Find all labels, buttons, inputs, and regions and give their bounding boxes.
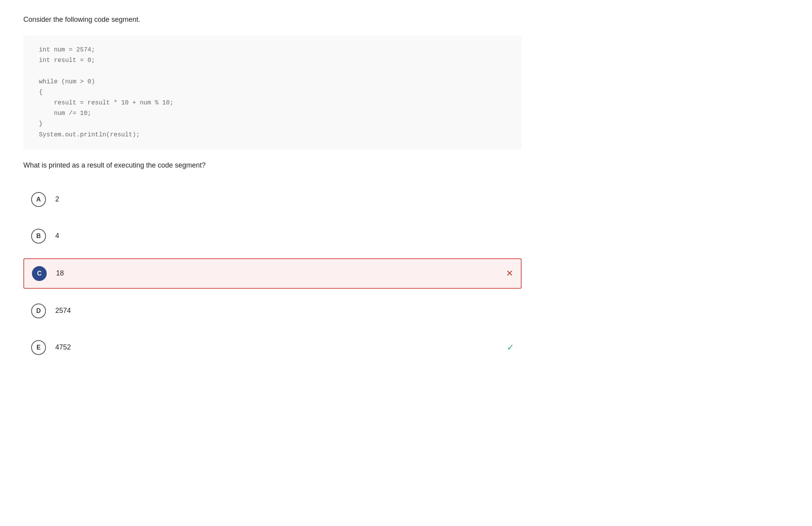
answer-options: A 2 B 4 C 18 ✕ D 2574 E 4752 ✓ — [23, 185, 522, 362]
option-e[interactable]: E 4752 ✓ — [23, 333, 522, 362]
option-e-circle: E — [31, 340, 46, 355]
option-d-value: 2574 — [55, 307, 514, 315]
code-line-1: int num = 2574; — [39, 45, 506, 55]
code-line-blank-1 — [39, 66, 506, 76]
code-line-7: } — [39, 119, 506, 129]
option-c-value: 18 — [56, 269, 498, 277]
option-e-value: 4752 — [55, 343, 499, 351]
code-line-6: num /= 10; — [39, 108, 506, 119]
option-b-value: 4 — [55, 232, 514, 240]
question-prompt: What is printed as a result of executing… — [23, 161, 522, 169]
option-b-circle: B — [31, 229, 46, 244]
question-intro: Consider the following code segment. — [23, 16, 522, 24]
correct-icon: ✓ — [499, 342, 514, 353]
option-a[interactable]: A 2 — [23, 185, 522, 214]
code-line-8: System.out.println(result); — [39, 130, 506, 140]
code-line-4: { — [39, 87, 506, 98]
code-line-3: while (num > 0) — [39, 77, 506, 87]
option-d-circle: D — [31, 304, 46, 318]
wrong-icon: ✕ — [498, 268, 513, 279]
code-block: int num = 2574; int result = 0; while (n… — [23, 35, 522, 150]
option-a-value: 2 — [55, 195, 514, 203]
option-c[interactable]: C 18 ✕ — [23, 258, 522, 289]
code-line-5: result = result * 10 + num % 10; — [39, 98, 506, 108]
option-d[interactable]: D 2574 — [23, 297, 522, 325]
code-line-2: int result = 0; — [39, 55, 506, 66]
option-c-circle: C — [32, 266, 47, 281]
option-a-circle: A — [31, 192, 46, 207]
option-b[interactable]: B 4 — [23, 222, 522, 251]
